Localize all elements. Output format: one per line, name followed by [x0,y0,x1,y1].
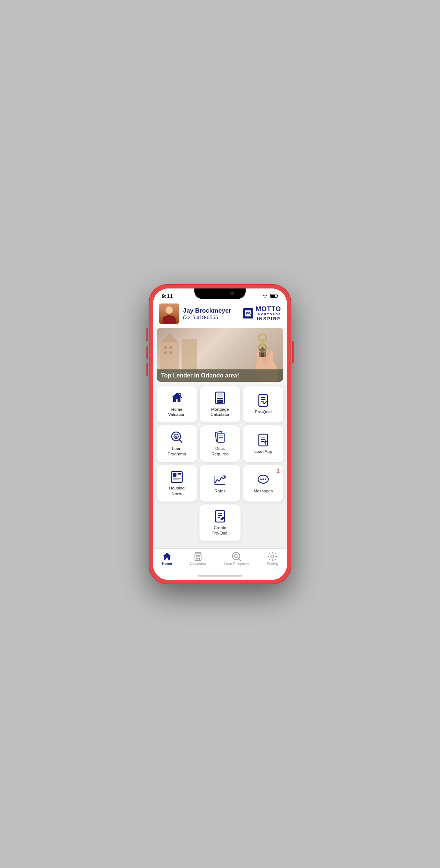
svg-rect-21 [261,353,264,357]
messages-icon [257,473,270,486]
svg-rect-74 [196,556,197,558]
agent-phone: (321) 418-6555 [183,314,231,320]
nav-home[interactable]: Home [159,552,175,566]
svg-rect-76 [199,556,200,558]
home-indicator [153,572,287,580]
svg-point-86 [271,555,274,558]
bottom-nav: Home Calculator [153,548,287,572]
status-bar: 9:11 [153,288,287,301]
messages-label: Messages [254,488,273,494]
agent-text: Jay Brockmeyer (321) 418-6555 [183,307,231,320]
grid-item-loan-app[interactable]: Loan App [243,425,283,462]
nav-home-label: Home [162,562,172,566]
svg-rect-78 [197,558,198,559]
svg-point-26 [178,394,180,396]
agent-info: Jay Brockmeyer (321) 418-6555 [159,303,231,324]
svg-rect-23 [264,351,265,352]
home-indicator-bar [198,575,242,577]
header: Jay Brockmeyer (321) 418-6555 MOTTO MORT… [153,301,287,328]
svg-rect-2 [271,295,275,297]
svg-rect-8 [164,346,167,349]
svg-rect-9 [169,346,172,349]
svg-rect-37 [259,395,268,406]
phone-screen: 9:11 Jay Brockmey [153,288,287,580]
svg-line-25 [180,396,182,398]
svg-rect-11 [169,351,172,354]
svg-rect-71 [167,559,168,560]
svg-point-65 [265,478,266,480]
rates-icon [213,473,227,486]
docs-required-icon [214,431,226,444]
svg-rect-36 [219,402,221,404]
grid-item-home-valuation[interactable]: HomeValuation [157,386,197,423]
grid-row-1: HomeValuation [157,386,283,502]
svg-text:$: $ [175,435,177,439]
nav-setting-label: Setting [267,562,278,566]
grid-item-pre-qual[interactable]: Pre-Qual [243,386,283,423]
status-time: 9:11 [162,293,173,299]
messages-badge: 1 [276,468,280,474]
grid-item-rates[interactable]: Rates [200,465,240,502]
create-pre-qual-icon [215,510,225,523]
grid-item-housing-news[interactable]: HousingNews [157,465,197,502]
housing-news-label: HousingNews [169,485,184,496]
loan-programs-icon: $ [170,431,183,444]
svg-rect-22 [259,351,261,352]
rates-label: Rates [215,488,225,494]
pre-qual-label: Pre-Qual [255,409,272,415]
loan-app-label: Loan App [254,449,272,454]
loan-app-icon [258,433,269,447]
svg-line-85 [239,559,240,560]
svg-text:$: $ [235,555,237,558]
grid-item-create-pre-qual[interactable]: CreatePre-Qual [200,504,240,541]
svg-marker-6 [160,333,179,342]
housing-news-icon [171,470,183,483]
svg-rect-28 [217,394,223,396]
svg-rect-75 [197,556,198,558]
svg-line-44 [179,440,182,442]
svg-rect-81 [197,559,198,560]
svg-rect-31 [221,398,223,399]
grid-item-loan-programs[interactable]: $ LoanPrograms [157,425,197,462]
svg-rect-10 [164,351,167,354]
grid-item-messages[interactable]: 1 Messages [243,465,283,502]
nav-loan-programs-icon: $ [232,552,241,561]
loan-programs-label: LoanPrograms [168,446,186,457]
nav-calculator[interactable]: Calculator [187,552,209,566]
create-pre-qual-label: CreatePre-Qual [212,525,228,536]
nav-loan-programs-label: Loan Programs [224,562,249,566]
front-camera [230,291,234,295]
svg-point-64 [262,478,264,480]
notch [194,288,246,299]
svg-rect-50 [259,434,268,446]
nav-loan-programs[interactable]: $ Loan Programs [221,552,252,566]
svg-rect-70 [165,559,167,560]
agent-name: Jay Brockmeyer [183,307,231,314]
hero-banner: Top Lender in Orlando area! [157,328,283,382]
svg-point-63 [260,478,262,480]
svg-rect-77 [196,558,197,559]
svg-rect-46 [218,433,224,443]
svg-rect-80 [196,559,197,560]
svg-rect-66 [216,510,224,522]
svg-rect-7 [182,339,197,372]
grid-item-mortgage-calculator[interactable]: MortgageCalculator [200,386,240,423]
svg-rect-1 [277,295,278,297]
svg-rect-79 [199,558,200,560]
docs-required-label: DocsRequired [212,446,229,457]
grid-item-docs-required[interactable]: DocsRequired [200,425,240,462]
logo-container: MOTTO MORTGAGE INSPIRE [243,306,281,321]
nav-setting-icon [268,552,277,561]
hero-caption: Top Lender in Orlando area! [157,369,283,382]
wifi-icon [262,294,268,298]
agent-avatar [159,303,179,324]
logo-box: MOTTO MORTGAGE INSPIRE [243,306,281,321]
pre-qual-icon [258,394,269,407]
svg-rect-55 [173,473,176,477]
logo-text: MOTTO MORTGAGE INSPIRE [256,306,281,321]
calculator-icon [214,391,226,405]
home-valuation-label: HomeValuation [168,407,185,418]
nav-setting[interactable]: Setting [264,552,281,566]
nav-calculator-icon [194,552,202,561]
nav-calculator-label: Calculator [190,562,206,566]
